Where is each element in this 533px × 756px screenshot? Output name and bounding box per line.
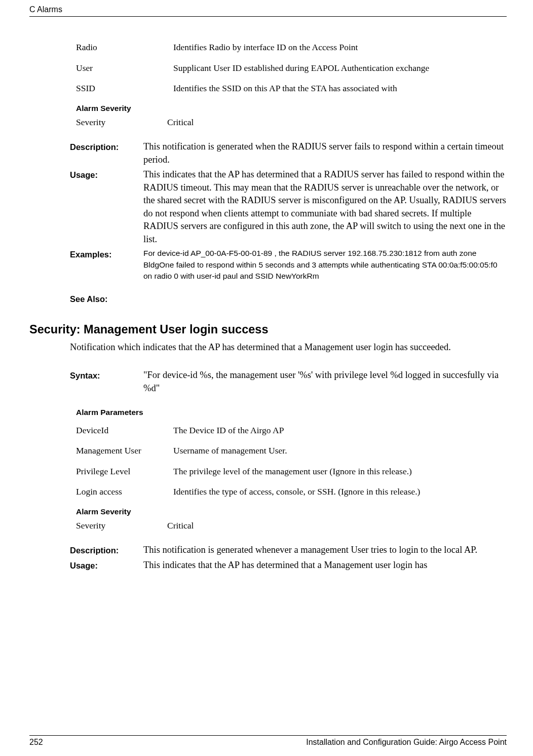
table-row: Radio Identifies Radio by interface ID o… <box>76 37 507 58</box>
param-value: Identifies Radio by interface ID on the … <box>173 37 507 58</box>
syntax-block: Syntax: "For device-id %s, the managemen… <box>70 369 507 395</box>
param-key: SSID <box>76 78 173 99</box>
param-key: Privilege Level <box>76 461 173 482</box>
table-row: Privilege Level The privilege level of t… <box>76 461 507 482</box>
severity-row: Severity Critical <box>76 519 507 532</box>
def-key-syntax: Syntax: <box>70 369 143 382</box>
table-row: SSID Identifies the SSID on this AP that… <box>76 78 507 99</box>
param-key: Management User <box>76 440 173 461</box>
page-header: C Alarms <box>29 0 507 16</box>
param-key: DeviceId <box>76 420 173 441</box>
table-row: User Supplicant User ID established duri… <box>76 58 507 79</box>
definition-row: Examples: For device-id AP_00-0A-F5-00-0… <box>70 248 507 282</box>
definition-row: Description: This notification is genera… <box>70 544 507 557</box>
severity-value: Critical <box>167 519 194 532</box>
severity-value: Critical <box>167 116 194 129</box>
def-value: This indicates that the AP has determine… <box>143 168 507 246</box>
def-value: This indicates that the AP has determine… <box>143 559 507 572</box>
table-row: DeviceId The Device ID of the Airgo AP <box>76 420 507 441</box>
header-rule <box>29 16 507 17</box>
footer-rule <box>29 735 507 736</box>
see-also-heading: See Also: <box>70 293 507 305</box>
table-row: Management User Username of management U… <box>76 440 507 461</box>
definition-list: Description: This notification is genera… <box>70 544 507 572</box>
footer-title: Installation and Configuration Guide: Ai… <box>306 737 507 748</box>
param-table: DeviceId The Device ID of the Airgo AP M… <box>76 420 507 502</box>
header-chapter: C Alarms <box>29 4 62 15</box>
param-block-2: Alarm Parameters DeviceId The Device ID … <box>76 407 507 532</box>
def-key-usage: Usage: <box>70 559 143 572</box>
param-value: The privilege level of the management us… <box>173 461 507 482</box>
page-footer: 252 Installation and Configuration Guide… <box>29 737 507 748</box>
definition-row: Syntax: "For device-id %s, the managemen… <box>70 369 507 395</box>
severity-key: Severity <box>76 519 167 532</box>
def-value: "For device-id %s, the management user '… <box>143 369 507 395</box>
def-value: This notification is generated when the … <box>143 140 507 166</box>
page-number: 252 <box>29 737 43 748</box>
table-row: Login access Identifies the type of acce… <box>76 481 507 502</box>
severity-key: Severity <box>76 116 167 129</box>
alarm-parameters-heading: Alarm Parameters <box>76 407 507 418</box>
definition-row: Description: This notification is genera… <box>70 140 507 166</box>
param-table: Radio Identifies Radio by interface ID o… <box>76 37 507 99</box>
def-value: For device-id AP_00-0A-F5-00-01-89 , the… <box>143 248 507 282</box>
section-heading: Security: Management User login success <box>29 321 507 338</box>
section-intro: Notification which indicates that the AP… <box>70 341 507 354</box>
param-key: Login access <box>76 481 173 502</box>
alarm-severity-heading: Alarm Severity <box>76 103 507 114</box>
definition-list: Description: This notification is genera… <box>70 140 507 282</box>
param-value: Username of management User. <box>173 440 507 461</box>
alarm-severity-heading: Alarm Severity <box>76 506 507 517</box>
param-value: Identifies the type of access, console, … <box>173 481 507 502</box>
param-value: Identifies the SSID on this AP that the … <box>173 78 507 99</box>
param-key: User <box>76 58 173 79</box>
def-key-description: Description: <box>70 140 143 153</box>
definition-row: Usage: This indicates that the AP has de… <box>70 168 507 246</box>
param-block-top: Radio Identifies Radio by interface ID o… <box>76 37 507 128</box>
definition-row: Usage: This indicates that the AP has de… <box>70 559 507 572</box>
def-key-description: Description: <box>70 544 143 556</box>
def-key-usage: Usage: <box>70 168 143 181</box>
param-key: Radio <box>76 37 173 58</box>
def-value: This notification is generated whenever … <box>143 544 507 557</box>
param-value: Supplicant User ID established during EA… <box>173 58 507 79</box>
param-value: The Device ID of the Airgo AP <box>173 420 507 441</box>
def-key-examples: Examples: <box>70 248 143 260</box>
severity-row: Severity Critical <box>76 116 507 129</box>
